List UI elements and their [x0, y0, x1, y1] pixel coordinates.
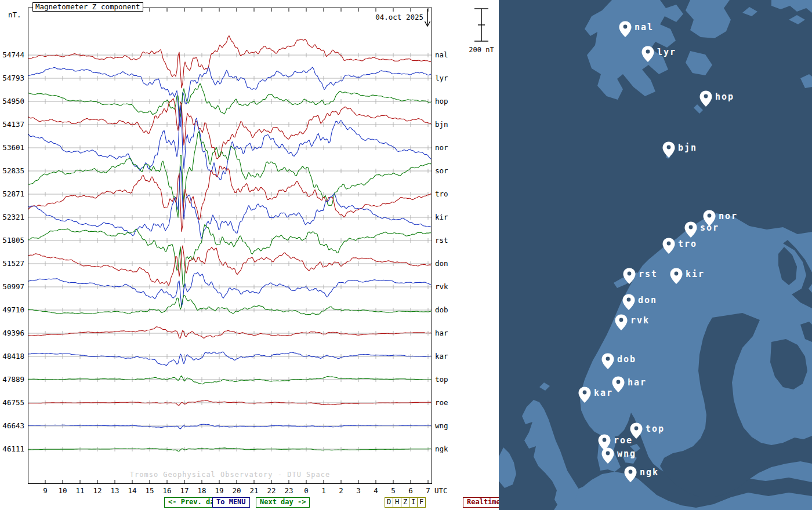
x-axis-unit-label: UTC — [434, 486, 448, 495]
scale-bar: 200 nT — [465, 7, 498, 54]
down-arrow-icon — [424, 8, 431, 28]
next-day-button[interactable]: Next day -> — [256, 497, 310, 508]
map-pin-label-ngk: ngk — [640, 467, 659, 478]
magnetogram-plot: 04.oct 2025 Tromso Geophysical Observato… — [28, 8, 432, 484]
station-label-nor: nor — [435, 144, 458, 151]
pin-hole — [646, 50, 650, 54]
x-tick-6: 6 — [402, 486, 419, 495]
map-pin-label-har: har — [628, 377, 647, 388]
map-pin-label-nor: nor — [719, 211, 738, 221]
y-axis-value-sor: 52835 — [0, 167, 24, 174]
y-axis-value-kar: 48418 — [0, 352, 24, 360]
trace-nor — [28, 105, 431, 180]
y-axis-unit-label: nT. — [8, 10, 21, 19]
pin-hole — [603, 438, 607, 442]
map-pin-label-rvk: rvk — [630, 315, 650, 326]
x-tick-15: 15 — [141, 486, 158, 495]
station-label-nal: nal — [435, 51, 458, 59]
pin-hole — [624, 25, 628, 29]
baseline-grid — [28, 53, 432, 451]
component-button-Z[interactable]: Z — [401, 497, 409, 508]
x-tick-21: 21 — [245, 486, 263, 495]
map-pin-label-kar: kar — [594, 388, 613, 398]
x-tick-1: 1 — [315, 486, 332, 495]
trace-kar — [28, 352, 431, 365]
x-tick-22: 22 — [263, 486, 280, 495]
map-pin-label-top: top — [646, 424, 665, 434]
y-axis-value-hop: 54950 — [0, 97, 24, 105]
component-button-D[interactable]: D — [385, 497, 393, 508]
station-label-sor: sor — [435, 167, 458, 174]
pin-hole — [667, 242, 671, 246]
trace-top — [28, 376, 431, 384]
trace-rst — [28, 224, 431, 287]
station-label-hop: hop — [435, 97, 458, 105]
x-tick-20: 20 — [228, 486, 245, 495]
map-pin-label-don: don — [638, 295, 657, 305]
pin-hole — [704, 94, 708, 99]
trace-hop — [28, 83, 431, 117]
x-tick-12: 12 — [89, 486, 106, 495]
y-axis-value-tro: 52871 — [0, 190, 24, 198]
component-button-H[interactable]: H — [393, 497, 401, 508]
station-map: nallyrhopbjnnorsortrorstkirdonrvkdobhark… — [499, 0, 812, 510]
component-button-F[interactable]: F — [417, 497, 426, 508]
station-label-don: don — [435, 260, 458, 267]
map-pin-label-bjn: bjn — [678, 143, 697, 153]
station-label-kar: kar — [435, 352, 458, 360]
trace-canvas — [28, 8, 432, 483]
x-tick-23: 23 — [280, 486, 298, 495]
station-label-wng: wng — [435, 422, 458, 429]
trace-har — [28, 327, 431, 338]
pin-hole — [606, 357, 610, 361]
y-axis-value-kir: 52321 — [0, 213, 24, 221]
date-label: 04.oct 2025 — [375, 13, 423, 21]
y-axis-value-nor: 53601 — [0, 144, 24, 151]
component-button-I[interactable]: I — [409, 497, 418, 508]
map-pin-label-tro: tro — [678, 239, 697, 249]
station-label-har: har — [435, 329, 458, 337]
y-axis-value-wng: 46643 — [0, 422, 24, 429]
station-label-top: top — [435, 376, 458, 383]
x-tick-13: 13 — [106, 486, 124, 495]
x-tick-11: 11 — [71, 486, 89, 495]
y-axis-value-lyr: 54793 — [0, 74, 24, 82]
map-pin-label-wng: wng — [617, 449, 636, 459]
pin-hole — [606, 451, 610, 456]
pin-hole — [627, 298, 631, 302]
station-label-lyr: lyr — [435, 74, 458, 82]
pin-hole — [628, 272, 632, 276]
map-pin-label-lyr: lyr — [657, 47, 676, 57]
pin-hole — [708, 214, 712, 218]
pin-hole — [689, 225, 693, 230]
map-pin-label-rst: rst — [639, 269, 658, 279]
map-pin-label-dob: dob — [617, 354, 636, 365]
to-menu-button[interactable]: To MENU — [212, 497, 250, 508]
pin-hole — [675, 272, 679, 276]
x-tick-2: 2 — [332, 486, 350, 495]
magnetometer-page: nT. Magnetometer Z component 04.oct 2025… — [0, 0, 812, 510]
station-label-kir: kir — [435, 213, 458, 221]
x-tick-16: 16 — [158, 486, 176, 495]
station-label-rvk: rvk — [435, 283, 458, 290]
component-selector[interactable]: DHZIF — [385, 497, 426, 508]
y-axis-value-nal: 54744 — [0, 51, 24, 59]
pin-hole — [619, 318, 624, 322]
station-label-dob: dob — [435, 306, 458, 314]
y-axis-value-ngk: 46111 — [0, 445, 24, 453]
trace-dob — [28, 295, 431, 315]
y-axis-value-roe: 46755 — [0, 399, 24, 406]
station-label-ngk: ngk — [435, 445, 458, 453]
y-axis-value-rvk: 50997 — [0, 283, 24, 290]
station-label-tro: tro — [435, 190, 458, 198]
x-tick-4: 4 — [367, 486, 385, 495]
x-tick-10: 10 — [54, 486, 71, 495]
trace-wng — [28, 424, 431, 429]
pin-hole — [617, 380, 621, 384]
x-tick-18: 18 — [193, 486, 211, 495]
map-pin-label-sor: sor — [700, 223, 719, 233]
trace-lyr — [28, 67, 431, 127]
y-axis-value-don: 51527 — [0, 260, 24, 267]
pin-hole — [583, 391, 587, 395]
page-title: Magnetometer Z component — [32, 2, 143, 12]
